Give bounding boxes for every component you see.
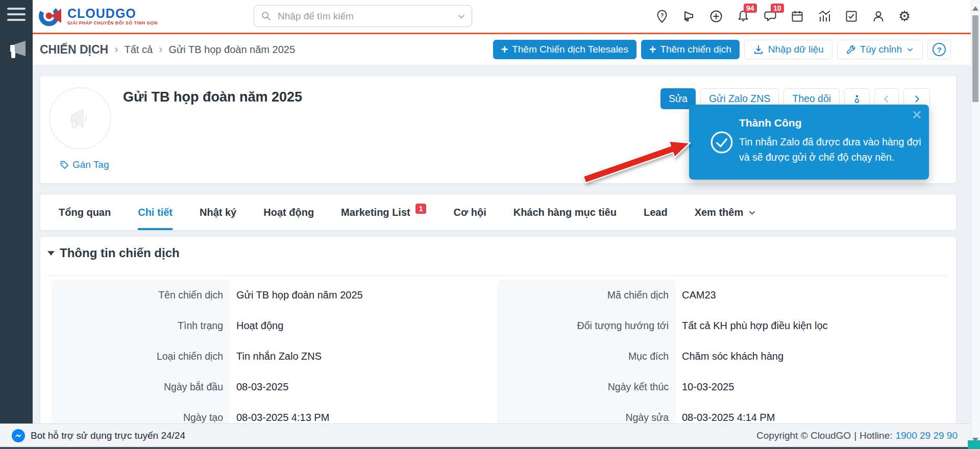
location-question-icon[interactable]: ? bbox=[655, 9, 669, 23]
field-label: Tên chiến dịch bbox=[52, 280, 230, 310]
field-value: Tất cả KH phù hợp điều kiện lọc bbox=[676, 320, 828, 332]
hamburger-bar bbox=[7, 8, 26, 10]
field-label: Ngày kết thúc bbox=[497, 371, 676, 402]
customize-button[interactable]: Tùy chỉnh bbox=[837, 40, 923, 59]
field-row: Ngày bắt đầu 08-03-2025 bbox=[52, 371, 363, 402]
customize-label: Tùy chỉnh bbox=[860, 44, 902, 55]
tab-hoat-dong[interactable]: Hoạt động bbox=[263, 194, 314, 230]
user-icon[interactable] bbox=[871, 9, 886, 23]
wrench-icon bbox=[846, 44, 856, 55]
plus-icon: + bbox=[501, 44, 508, 55]
gear-icon[interactable]: ⚙ bbox=[898, 9, 913, 23]
analytics-icon[interactable] bbox=[817, 9, 831, 23]
topbar: CLOUDGO GIẢI PHÁP CHUYỂN ĐỔI SỐ TINH GỌN… bbox=[33, 0, 971, 34]
brand-name: CLOUDGO bbox=[67, 7, 158, 20]
assign-tag-link[interactable]: Gán Tag bbox=[60, 159, 109, 170]
add-campaign-button[interactable]: + Thêm chiến dịch bbox=[641, 40, 740, 59]
breadcrumb-separator-icon: › bbox=[159, 43, 162, 56]
field-label: Mã chiến dịch bbox=[497, 280, 676, 310]
breadcrumb-separator-icon: › bbox=[114, 43, 118, 56]
scrollbar-thumb[interactable] bbox=[972, 15, 978, 102]
collapse-caret-icon bbox=[47, 251, 55, 256]
field-row: Tên chiến dịch Gửi TB họp đoàn năm 2025 bbox=[52, 280, 363, 310]
hierarchy-icon bbox=[852, 94, 862, 104]
field-value: 10-03-2025 bbox=[676, 381, 734, 393]
hamburger-bar bbox=[7, 19, 26, 21]
tab-co-hoi[interactable]: Cơ hội bbox=[453, 194, 486, 230]
breadcrumb-item-campaign: Gửi TB họp đoàn năm 2025 bbox=[168, 44, 295, 56]
breadcrumb-toolbar-row: CHIẾN DỊCH › Tất cả › Gửi TB họp đoàn nă… bbox=[33, 34, 971, 65]
campaign-title: Gửi TB họp đoàn năm 2025 bbox=[123, 89, 302, 105]
notification-badge: 94 bbox=[744, 4, 757, 13]
tab-nhat-ky[interactable]: Nhật ký bbox=[200, 194, 236, 230]
search-dropdown-chevron-icon[interactable] bbox=[457, 12, 466, 21]
breadcrumb-item-all[interactable]: Tất cả bbox=[125, 44, 153, 56]
megaphone-icon[interactable] bbox=[682, 9, 696, 23]
tab-bar: Tổng quan Chi tiết Nhật ký Hoạt động Mar… bbox=[40, 194, 957, 231]
field-value: Chăm sóc khách hàng bbox=[676, 351, 783, 362]
plus-circle-icon[interactable] bbox=[709, 9, 723, 23]
tab-tong-quan[interactable]: Tổng quan bbox=[59, 194, 111, 230]
bell-icon[interactable]: 94 bbox=[736, 9, 750, 23]
corner-accent bbox=[968, 440, 980, 449]
toolbar-actions: + Thêm Chiến dịch Telesales + Thêm chiến… bbox=[493, 40, 951, 59]
copyright-text: Copyright © CloudGO bbox=[756, 430, 851, 441]
add-campaign-label: Thêm chiến dịch bbox=[660, 44, 731, 55]
sidebar-megaphone-icon[interactable] bbox=[6, 40, 28, 60]
support-bot-link[interactable]: Bot hỗ trợ sử dụng trực tuyến 24/24 bbox=[11, 424, 185, 447]
hotline-number[interactable]: 1900 29 29 90 bbox=[895, 430, 958, 441]
success-toast: × Thành Công Tin nhắn Zalo đã được đưa v… bbox=[689, 105, 929, 180]
import-data-button[interactable]: Nhập dữ liệu bbox=[744, 40, 832, 59]
breadcrumb-module[interactable]: CHIẾN DỊCH bbox=[40, 43, 108, 57]
chevron-left-icon bbox=[882, 94, 891, 104]
annotation-arrow bbox=[561, 130, 704, 196]
tab-lead[interactable]: Lead bbox=[644, 194, 668, 230]
field-row: Tình trạng Hoạt động bbox=[52, 310, 363, 341]
download-icon bbox=[753, 44, 764, 55]
support-bot-label: Bot hỗ trợ sử dụng trực tuyến 24/24 bbox=[31, 430, 185, 441]
field-row: Loại chiến dịch Tin nhắn Zalo ZNS bbox=[52, 341, 363, 371]
field-column-left: Tên chiến dịch Gửi TB họp đoàn năm 2025 … bbox=[52, 280, 363, 433]
help-icon: ? bbox=[933, 43, 946, 56]
add-telesales-campaign-button[interactable]: + Thêm Chiến dịch Telesales bbox=[493, 40, 636, 59]
section-title: Thông tin chiến dịch bbox=[60, 246, 180, 260]
tab-marketing-list[interactable]: Marketing List 1 bbox=[341, 194, 426, 230]
search-input[interactable] bbox=[254, 5, 472, 27]
tab-khach-hang-muc-tieu[interactable]: Khách hàng mục tiêu bbox=[513, 194, 617, 230]
field-label: Tình trạng bbox=[52, 310, 230, 341]
cloudgo-logo-icon bbox=[39, 4, 63, 28]
field-label: Loại chiến dịch bbox=[52, 341, 230, 371]
assign-tag-label: Gán Tag bbox=[72, 159, 109, 170]
field-value: Hoạt động bbox=[230, 320, 283, 332]
tag-icon bbox=[60, 160, 69, 170]
field-label: Mục đích bbox=[497, 341, 676, 371]
message-badge: 10 bbox=[771, 4, 784, 13]
hamburger-bar bbox=[7, 13, 26, 15]
section-header[interactable]: Thông tin chiến dịch bbox=[47, 246, 180, 260]
field-row: Mục đích Chăm sóc khách hàng bbox=[497, 341, 828, 371]
help-button[interactable]: ? bbox=[927, 40, 951, 59]
field-column-right: Mã chiến dịch CAM23 Đối tượng hướng tới … bbox=[497, 280, 828, 433]
scrollbar[interactable] bbox=[971, 0, 980, 449]
scroll-up-icon[interactable] bbox=[972, 6, 978, 11]
chat-icon[interactable]: 10 bbox=[763, 9, 777, 23]
field-row: Đối tượng hướng tới Tất cả KH phù hợp đi… bbox=[497, 310, 828, 341]
chevron-right-icon bbox=[912, 94, 921, 104]
calendar-icon[interactable] bbox=[790, 9, 804, 23]
toast-close-icon[interactable]: × bbox=[912, 105, 922, 124]
search-icon bbox=[260, 10, 272, 21]
footer-separator: | bbox=[854, 430, 856, 441]
field-row: Ngày kết thúc 10-03-2025 bbox=[497, 371, 828, 402]
campaign-avatar-megaphone-icon bbox=[64, 104, 96, 133]
field-value: 08-03-2025 4:13 PM bbox=[230, 412, 329, 423]
marketing-list-count-badge: 1 bbox=[415, 204, 427, 214]
bottom-edge bbox=[0, 447, 980, 449]
tab-chi-tiet[interactable]: Chi tiết bbox=[138, 194, 173, 230]
add-telesales-label: Thêm Chiến dịch Telesales bbox=[512, 44, 628, 55]
campaign-avatar[interactable] bbox=[49, 87, 111, 149]
chevron-down-icon bbox=[906, 45, 914, 54]
tab-xem-them[interactable]: Xem thêm bbox=[695, 194, 757, 230]
check-square-icon[interactable] bbox=[844, 9, 859, 23]
cloudgo-logo[interactable]: CLOUDGO GIẢI PHÁP CHUYỂN ĐỔI SỐ TINH GỌN bbox=[39, 4, 158, 28]
header-icon-bar: ? 94 10 bbox=[655, 9, 913, 23]
